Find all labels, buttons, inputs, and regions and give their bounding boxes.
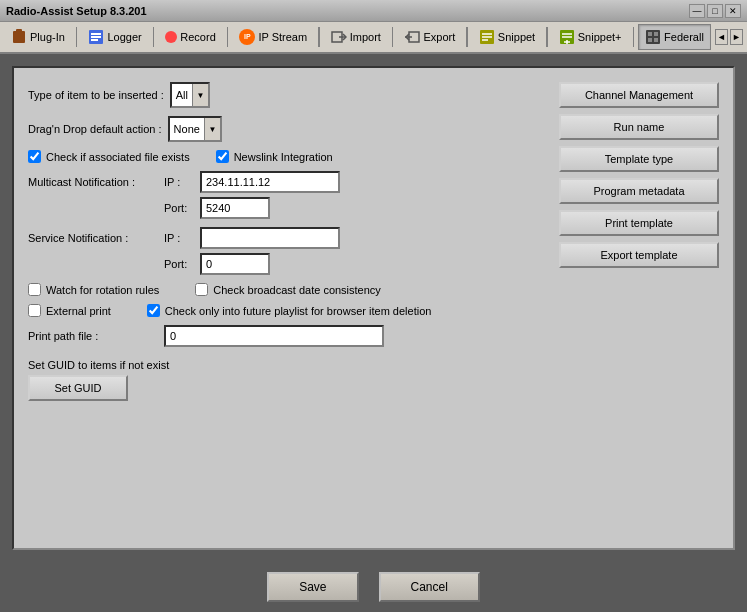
close-button[interactable]: ✕ [725,4,741,18]
check-row: Check if associated file exists Newslink… [28,150,547,163]
cancel-button[interactable]: Cancel [379,572,480,602]
watch-rotation-label[interactable]: Watch for rotation rules [28,283,159,296]
toolbar-logger-label: Logger [107,31,141,43]
panel-right: Channel Management Run name Template typ… [559,82,719,534]
minimize-button[interactable]: — [689,4,705,18]
export-template-button[interactable]: Export template [559,242,719,268]
toolbar-plugin[interactable]: Plug-In [4,24,72,50]
type-row: Type of item to be inserted : All ▼ [28,82,547,108]
watch-rotation-checkbox[interactable] [28,283,41,296]
run-name-button[interactable]: Run name [559,114,719,140]
sep6 [466,27,468,47]
toolbar-record-label: Record [180,31,215,43]
watch-check-row: Watch for rotation rules Check broadcast… [28,283,547,296]
window-controls: — □ ✕ [689,4,741,18]
check-broadcast-label[interactable]: Check broadcast date consistency [195,283,381,296]
export-icon [404,29,420,45]
program-metadata-button[interactable]: Program metadata [559,178,719,204]
watch-rotation-text: Watch for rotation rules [46,284,159,296]
print-path-row: Print path file : [28,325,547,347]
channel-management-button[interactable]: Channel Management [559,82,719,108]
multicast-port-input[interactable] [200,197,270,219]
sep1 [76,27,78,47]
set-guid-button[interactable]: Set GUID [28,375,128,401]
check-newslink-checkbox[interactable] [216,150,229,163]
service-section: Service Notification : IP : Port: [28,227,547,275]
toolbar-plugin-label: Plug-In [30,31,65,43]
print-path-label: Print path file : [28,330,158,342]
logger-icon [88,29,104,45]
toolbar-ipstream[interactable]: IP IP Stream [232,24,314,50]
sep8 [633,27,635,47]
set-guid-label: Set GUID to items if not exist [28,359,547,371]
sep5 [392,27,394,47]
check-future-checkbox[interactable] [147,304,160,317]
sep4 [318,27,320,47]
service-port-row: Port: [28,253,547,275]
toolbar: Plug-In Logger Record IP IP Stream Impor… [0,22,747,54]
toolbar-export-label: Export [423,31,455,43]
federall-icon [645,29,661,45]
svg-rect-22 [648,38,652,42]
external-print-label[interactable]: External print [28,304,111,317]
drag-label: Drag'n Drop default action : [28,123,162,135]
bottom-bar: Save Cancel [0,562,747,612]
check-future-label[interactable]: Check only into future playlist for brow… [147,304,432,317]
external-future-row: External print Check only into future pl… [28,304,547,317]
multicast-port-row: Port: [28,197,547,219]
toolbar-logger[interactable]: Logger [81,24,148,50]
template-type-button[interactable]: Template type [559,146,719,172]
check-associated-checkbox[interactable] [28,150,41,163]
svg-rect-21 [654,32,658,36]
toolbar-federall-label: Federall [664,31,704,43]
check-associated-label[interactable]: Check if associated file exists [28,150,190,163]
nav-left-button[interactable]: ◄ [715,29,728,45]
panel-left: Type of item to be inserted : All ▼ Drag… [28,82,547,534]
set-guid-section: Set GUID to items if not exist Set GUID [28,359,547,401]
multicast-section: Multicast Notification : IP : Port: [28,171,547,219]
toolbar-record[interactable]: Record [158,24,222,50]
plugin-icon [11,29,27,45]
import-icon [331,29,347,45]
type-dropdown-arrow[interactable]: ▼ [192,84,208,106]
multicast-port-label: Port: [164,202,194,214]
check-newslink-text: Newslink Integration [234,151,333,163]
title-bar: Radio-Assist Setup 8.3.201 — □ ✕ [0,0,747,22]
multicast-label: Multicast Notification : [28,176,158,188]
drag-dropdown[interactable]: None ▼ [168,116,222,142]
external-print-checkbox[interactable] [28,304,41,317]
toolbar-federall[interactable]: Federall [638,24,711,50]
toolbar-import[interactable]: Import [324,24,388,50]
check-broadcast-checkbox[interactable] [195,283,208,296]
sep2 [153,27,155,47]
window-title: Radio-Assist Setup 8.3.201 [6,5,689,17]
svg-rect-5 [91,39,98,41]
print-path-input[interactable] [164,325,384,347]
toolbar-snippetplus[interactable]: Snippet+ [552,24,629,50]
nav-right-button[interactable]: ► [730,29,743,45]
service-port-input[interactable] [200,253,270,275]
svg-rect-1 [16,29,22,33]
toolbar-ipstream-label: IP Stream [258,31,307,43]
toolbar-export[interactable]: Export [397,24,462,50]
drag-dropdown-arrow[interactable]: ▼ [204,118,220,140]
save-button[interactable]: Save [267,572,358,602]
check-newslink-label[interactable]: Newslink Integration [216,150,333,163]
toolbar-snippetplus-label: Snippet+ [578,31,622,43]
toolbar-snippet[interactable]: Snippet [472,24,542,50]
service-ip-input[interactable] [200,227,340,249]
print-template-button[interactable]: Print template [559,210,719,236]
toolbar-import-label: Import [350,31,381,43]
multicast-row: Multicast Notification : IP : [28,171,547,193]
sep7 [546,27,548,47]
check-associated-text: Check if associated file exists [46,151,190,163]
drag-row: Drag'n Drop default action : None ▼ [28,116,547,142]
maximize-button[interactable]: □ [707,4,723,18]
snippet-icon [479,29,495,45]
type-value: All [172,84,192,106]
service-ip-label: IP : [164,232,194,244]
service-label: Service Notification : [28,232,158,244]
type-dropdown[interactable]: All ▼ [170,82,210,108]
multicast-ip-input[interactable] [200,171,340,193]
svg-rect-23 [654,38,658,42]
